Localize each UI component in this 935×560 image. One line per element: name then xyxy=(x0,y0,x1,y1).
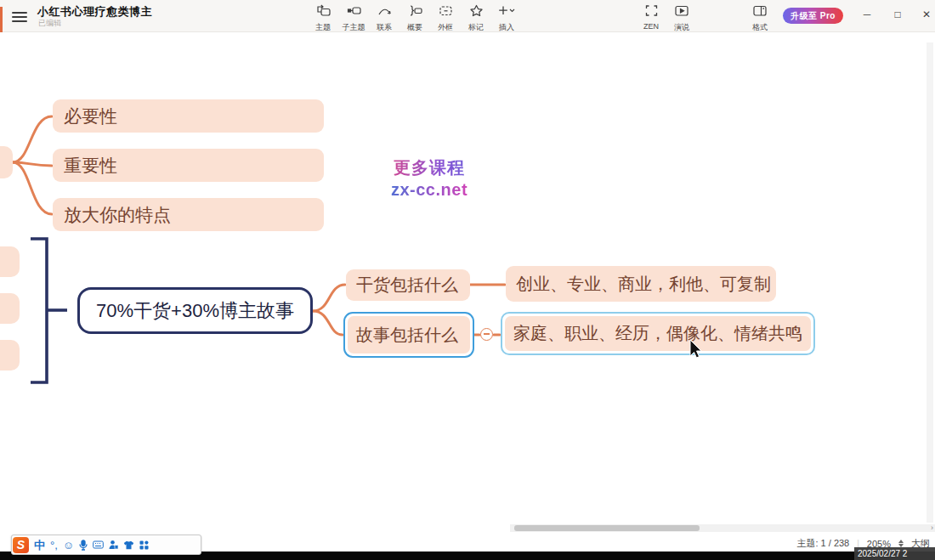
title-bar: 小红书心理疗愈类博主 已编辑 主题 子主题 联系 概要 外框 xyxy=(0,0,935,32)
timestamp-overlay: 2025/02/27 2 xyxy=(854,547,935,560)
subtopic-text: 干货包括什么 xyxy=(346,274,458,297)
topic-counter: 主题: 1 / 238 xyxy=(796,537,849,550)
zen-button-label: ZEN xyxy=(643,22,659,31)
summary-topic-node[interactable]: 70%干货+30%博主故事 xyxy=(77,287,313,334)
user-icon[interactable] xyxy=(109,540,118,550)
watermark-line1: 更多课程 xyxy=(372,156,486,179)
format-button-label: 格式 xyxy=(752,22,768,33)
present-button-label: 演说 xyxy=(674,22,689,33)
toolbox-grid-icon[interactable] xyxy=(139,540,149,550)
maximize-button[interactable]: □ xyxy=(887,3,909,25)
boundary-button-label: 外框 xyxy=(438,22,453,33)
punctuation-icon[interactable]: °, xyxy=(50,540,58,551)
mindmap-canvas[interactable]: 必要性 重要性 放大你的特点 70%干货+30%博主故事 干货包括什么 创业、专… xyxy=(0,32,935,535)
toolbar-center: 主题 子主题 联系 概要 外框 标记 xyxy=(308,3,522,31)
detail-topic-node[interactable]: 创业、专业、商业，利他、可复制 xyxy=(506,266,776,302)
minimize-button[interactable]: ─ xyxy=(856,3,878,25)
boundary-button[interactable]: 外框 xyxy=(430,3,461,31)
close-button[interactable]: ✕ xyxy=(915,3,935,25)
boundary-icon xyxy=(439,3,453,20)
subtopic-button-label: 子主题 xyxy=(343,22,366,33)
horizontal-scrollbar[interactable]: › xyxy=(510,524,935,532)
menu-button[interactable] xyxy=(12,9,27,23)
topic-text: 放大你的特点 xyxy=(53,203,171,227)
topic-icon xyxy=(316,3,331,20)
topic-button[interactable]: 主题 xyxy=(308,3,338,31)
topic-node[interactable]: 必要性 xyxy=(53,99,324,133)
relationship-icon xyxy=(377,3,392,20)
zoom-stepper[interactable] xyxy=(898,540,904,547)
relationship-button-label: 联系 xyxy=(377,22,392,33)
format-button[interactable]: 格式 xyxy=(745,3,775,31)
zen-button[interactable]: ZEN xyxy=(636,3,666,31)
subtopic-icon xyxy=(347,3,361,20)
present-button[interactable]: 演说 xyxy=(666,3,697,31)
xmind-window: 小红书心理疗愈类博主 已编辑 主题 子主题 联系 概要 外框 xyxy=(0,0,935,560)
horizontal-scroll-right-arrow[interactable]: › xyxy=(931,523,933,532)
watermark-line2: zx-cc.net xyxy=(372,180,486,200)
clipped-topic[interactable] xyxy=(0,340,20,371)
ime-language-mode[interactable]: 中 xyxy=(34,540,45,551)
keyboard-icon[interactable] xyxy=(93,540,104,549)
detail-topic-text: 创业、专业、商业，利他、可复制 xyxy=(506,273,771,296)
subtopic-text: 故事包括什么 xyxy=(348,324,458,347)
collapse-minus-button[interactable] xyxy=(480,328,493,341)
topic-node[interactable]: 放大你的特点 xyxy=(53,198,324,231)
clipped-topic[interactable] xyxy=(0,246,20,277)
insert-button-label: 插入 xyxy=(499,22,514,33)
microphone-icon[interactable] xyxy=(79,540,88,551)
watermark: 更多课程 zx-cc.net xyxy=(372,156,486,200)
document-status: 已编辑 xyxy=(38,18,61,29)
marker-icon xyxy=(469,3,484,20)
detail-topic-text: 家庭、职业、经历，偶像化、情绪共鸣 xyxy=(505,322,802,345)
sogou-logo-icon[interactable]: S xyxy=(13,537,29,553)
summary-icon xyxy=(408,3,422,20)
relationship-button[interactable]: 联系 xyxy=(369,3,400,31)
topic-button-label: 主题 xyxy=(315,22,331,33)
emoji-icon[interactable]: ☺ xyxy=(63,540,74,551)
subtopic-button[interactable]: 子主题 xyxy=(338,3,369,31)
topic-text: 重要性 xyxy=(53,154,117,178)
insert-icon xyxy=(497,3,516,20)
summary-topic-text: 70%干货+30%博主故事 xyxy=(96,298,294,324)
summary-button-label: 概要 xyxy=(407,22,422,33)
edge-artifact xyxy=(0,7,3,32)
insert-button[interactable]: 插入 xyxy=(491,3,522,31)
topic-node[interactable]: 重要性 xyxy=(53,149,324,182)
subtopic-node[interactable]: 干货包括什么 xyxy=(346,269,470,301)
clipped-parent-topic[interactable] xyxy=(0,146,13,178)
summary-button[interactable]: 概要 xyxy=(400,3,430,31)
format-icon xyxy=(752,3,768,20)
clipped-topic[interactable] xyxy=(0,293,20,324)
zen-icon xyxy=(644,3,659,20)
ime-toolbar[interactable]: S 中 °, ☺ xyxy=(11,535,201,555)
marker-button-label: 标记 xyxy=(468,22,484,33)
vertical-scrollbar[interactable] xyxy=(926,42,933,523)
detail-topic-node-highlighted[interactable]: 家庭、职业、经历，偶像化、情绪共鸣 xyxy=(501,312,815,355)
marker-button[interactable]: 标记 xyxy=(461,3,491,31)
present-icon xyxy=(674,3,689,20)
subtopic-node-selected[interactable]: 故事包括什么 xyxy=(343,312,474,358)
skin-shirt-icon[interactable] xyxy=(123,540,134,550)
topic-text: 必要性 xyxy=(53,105,117,128)
horizontal-scroll-thumb[interactable] xyxy=(514,525,700,531)
upgrade-pro-button[interactable]: 升级至 Pro xyxy=(783,8,843,24)
